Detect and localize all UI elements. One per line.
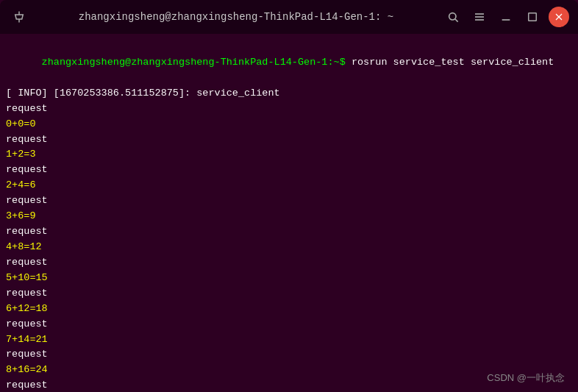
title-bar-left — [9, 7, 29, 27]
terminal-line: 8+16=24 — [6, 363, 569, 378]
watermark-text: CSDN @一叶执念 — [487, 372, 565, 383]
terminal-line: request — [6, 224, 569, 240]
svg-rect-8 — [529, 13, 537, 21]
terminal-line: 6+12=18 — [6, 302, 569, 317]
minimize-button[interactable] — [496, 7, 516, 27]
terminal-line: 2+4=6 — [6, 178, 569, 193]
title-text: zhangxingsheng@zhangxingsheng-ThinkPad-L… — [79, 11, 393, 23]
svg-point-2 — [449, 13, 456, 20]
watermark: CSDN @一叶执念 — [487, 371, 565, 385]
command-text: rosrun service_test service_client — [346, 57, 554, 68]
menu-button[interactable] — [469, 7, 490, 27]
terminal-line: 1+2=3 — [6, 147, 569, 163]
close-button[interactable] — [549, 7, 569, 27]
output-lines: [ INFO] [1670253386.511152875]: service_… — [6, 86, 569, 392]
terminal-line: 5+10=15 — [6, 271, 569, 286]
terminal-line: request — [6, 101, 569, 117]
terminal-line: [ INFO] [1670253386.511152875]: service_… — [6, 86, 569, 101]
terminal-body[interactable]: zhangxingsheng@zhangxingsheng-ThinkPad-L… — [0, 34, 578, 392]
prompt-symbol: ~$ — [334, 57, 346, 68]
terminal-line: request — [6, 286, 569, 302]
window-title: zhangxingsheng@zhangxingsheng-ThinkPad-L… — [29, 11, 443, 23]
terminal-line: request — [6, 347, 569, 363]
title-bar: zhangxingsheng@zhangxingsheng-ThinkPad-L… — [0, 0, 578, 34]
svg-line-3 — [455, 19, 458, 22]
terminal-line: request — [6, 132, 569, 148]
pin-icon[interactable] — [9, 7, 29, 27]
search-button[interactable] — [443, 7, 463, 27]
terminal-line: request — [6, 255, 569, 271]
terminal-line: request — [6, 317, 569, 332]
terminal-line: request — [6, 163, 569, 178]
terminal-line: 0+0=0 — [6, 117, 569, 132]
maximize-button[interactable] — [522, 7, 543, 27]
prompt-user: zhangxingsheng@zhangxingsheng-ThinkPad-L… — [42, 57, 334, 68]
terminal-window: zhangxingsheng@zhangxingsheng-ThinkPad-L… — [0, 0, 578, 392]
terminal-line: 7+14=21 — [6, 332, 569, 348]
command-line: zhangxingsheng@zhangxingsheng-ThinkPad-L… — [6, 40, 569, 86]
title-bar-controls — [443, 7, 569, 27]
terminal-line: 3+6=9 — [6, 209, 569, 224]
terminal-line: 4+8=12 — [6, 240, 569, 255]
terminal-line: request — [6, 378, 569, 392]
terminal-line: request — [6, 193, 569, 209]
